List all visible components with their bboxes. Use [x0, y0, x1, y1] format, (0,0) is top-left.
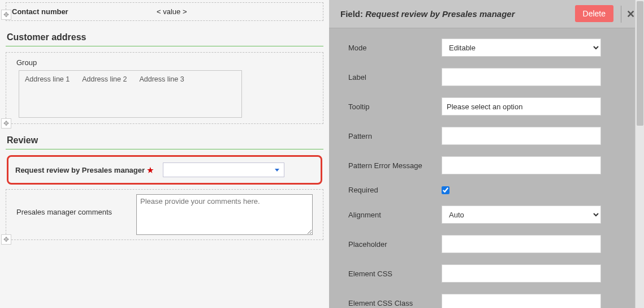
contact-value-placeholder: < value >: [157, 7, 187, 16]
required-star-icon: ★: [147, 166, 154, 174]
form-canvas: Contact number < value > Customer addres…: [0, 0, 329, 308]
alignment-select[interactable]: Auto: [442, 206, 601, 224]
prop-row-element-css-class: Element CSS Class: [348, 294, 630, 308]
header-divider: [621, 6, 621, 23]
contact-label: Contact number: [12, 7, 136, 16]
prop-row-mode: Mode Editable: [348, 38, 630, 57]
comments-field-container[interactable]: Presales manager comments: [6, 189, 323, 240]
delete-button[interactable]: Delete: [575, 5, 613, 22]
drag-handle-icon[interactable]: [1, 10, 11, 20]
contact-row: Contact number < value >: [12, 7, 317, 16]
section-underline: [6, 46, 323, 46]
properties-title-prefix: Field:: [340, 9, 365, 19]
customer-address-title: Customer address: [6, 27, 323, 45]
address-line-1[interactable]: Address line 1: [25, 75, 70, 83]
required-checkbox[interactable]: [442, 186, 449, 194]
element-css-input[interactable]: [442, 264, 601, 283]
prop-row-tooltip: Tooltip: [348, 97, 630, 116]
review-section: Review Request review by Presales manage…: [6, 130, 323, 240]
prop-row-pattern-error: Pattern Error Message: [348, 156, 630, 174]
prop-row-required: Required: [348, 186, 630, 194]
drag-handle-icon[interactable]: [1, 234, 11, 245]
properties-title: Field: Request review by Presales manage…: [340, 9, 515, 19]
prop-row-pattern: Pattern: [348, 127, 630, 145]
comments-textarea[interactable]: [136, 194, 313, 235]
pattern-error-label: Pattern Error Message: [348, 161, 442, 170]
address-lines: Address line 1 Address line 2 Address li…: [25, 75, 236, 83]
alignment-label: Alignment: [348, 211, 442, 219]
address-line-3[interactable]: Address line 3: [139, 75, 184, 83]
customer-address-section: Customer address Group Address line 1 Ad…: [6, 27, 323, 124]
page-scrollbar[interactable]: [635, 0, 644, 308]
required-label: Required: [348, 186, 442, 194]
comments-label: Presales manager comments: [16, 194, 136, 216]
address-group-box[interactable]: Address line 1 Address line 2 Address li…: [19, 70, 242, 118]
prop-row-element-css: Element CSS: [348, 264, 630, 283]
contact-field-container[interactable]: Contact number < value >: [6, 2, 323, 21]
chevron-down-icon: [275, 169, 279, 172]
comments-row: Presales manager comments: [16, 194, 317, 235]
selected-field-request-review[interactable]: Request review by Presales manager ★: [7, 155, 322, 185]
field-properties-panel: Field: Request review by Presales manage…: [329, 0, 644, 308]
element-css-label: Element CSS: [348, 270, 442, 278]
placeholder-input[interactable]: [442, 235, 601, 253]
prop-row-label: Label: [348, 68, 630, 86]
properties-title-value: Request review by Presales manager: [365, 9, 515, 19]
pattern-label: Pattern: [348, 132, 442, 140]
mode-label: Mode: [348, 44, 442, 52]
tooltip-input[interactable]: [442, 97, 601, 116]
address-line-2[interactable]: Address line 2: [82, 75, 127, 83]
mode-select[interactable]: Editable: [442, 38, 601, 57]
pattern-input[interactable]: [442, 127, 601, 145]
section-underline: [6, 149, 323, 149]
pattern-error-input[interactable]: [442, 156, 601, 174]
placeholder-label: Placeholder: [348, 240, 442, 249]
element-css-class-input[interactable]: [442, 294, 601, 308]
label-label: Label: [348, 73, 442, 82]
form-area: Contact number < value > Customer addres…: [0, 0, 329, 251]
group-label: Group: [16, 58, 317, 67]
scrollbar-thumb[interactable]: [637, 1, 643, 126]
address-group-container[interactable]: Group Address line 1 Address line 2 Addr…: [6, 52, 323, 124]
tooltip-label: Tooltip: [348, 102, 442, 111]
properties-header: Field: Request review by Presales manage…: [329, 0, 644, 28]
drag-handle-icon[interactable]: [1, 118, 11, 129]
label-input[interactable]: [442, 68, 601, 86]
element-css-class-label: Element CSS Class: [348, 299, 442, 307]
prop-row-alignment: Alignment Auto: [348, 206, 630, 224]
properties-body: Mode Editable Label Tooltip Pattern Patt…: [329, 28, 644, 308]
request-review-label: Request review by Presales manager: [15, 166, 145, 174]
review-title: Review: [6, 130, 323, 148]
prop-row-placeholder: Placeholder: [348, 235, 630, 253]
request-review-select[interactable]: [163, 162, 284, 177]
